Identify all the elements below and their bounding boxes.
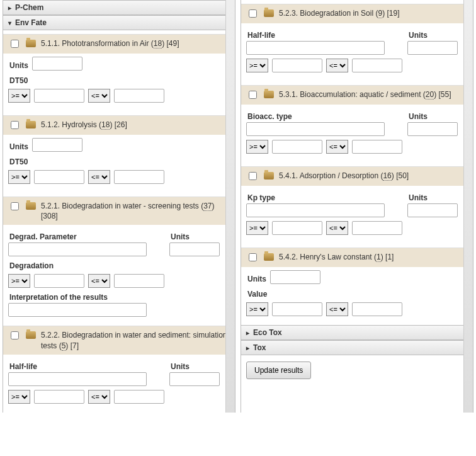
section-511-link[interactable]: 18 <box>154 39 162 48</box>
label-halflife: Half-life <box>247 31 399 40</box>
s541-op2[interactable]: <= <box>326 221 348 235</box>
s541-val2[interactable] <box>352 221 402 235</box>
section-531-checkbox[interactable] <box>249 91 257 99</box>
label-bioacctype: Bioacc. type <box>247 112 399 121</box>
section-512-link[interactable]: 18 <box>101 120 110 130</box>
s512-dt50-range: >= <= <box>8 170 230 184</box>
accordion-envfate[interactable]: Env Fate <box>3 15 235 30</box>
s541-val1[interactable] <box>272 221 322 235</box>
section-531-link[interactable]: 20 <box>426 90 434 100</box>
s521-deg-op1[interactable]: >= <box>8 274 30 288</box>
folder-icon <box>26 121 36 128</box>
s522-val1[interactable] <box>34 390 84 404</box>
section-511-title: 5.1.1. Phototransformation in Air (18) [… <box>41 38 230 48</box>
section-521-checkbox[interactable] <box>11 202 19 210</box>
s522-units-input[interactable] <box>169 372 220 386</box>
section-512-title: 5.1.2. Hydrolysis (18) [26] <box>41 120 230 130</box>
s542-val2[interactable] <box>352 302 402 316</box>
s522-val2[interactable] <box>114 390 164 404</box>
s522-op2[interactable]: <= <box>88 390 110 404</box>
section-541-link[interactable]: 16 <box>383 171 391 181</box>
s512-dt50-val2[interactable] <box>114 170 164 184</box>
s541-kptype-input[interactable] <box>246 203 385 217</box>
section-512-checkbox[interactable] <box>11 121 19 129</box>
label-units: Units <box>9 61 28 70</box>
label-interp: Interpretation of the results <box>9 293 230 302</box>
s522-op1[interactable]: >= <box>8 390 30 404</box>
s512-dt50-op1[interactable]: >= <box>8 170 30 184</box>
s531-val2[interactable] <box>352 140 402 154</box>
s511-dt50-val2[interactable] <box>114 89 164 103</box>
folder-icon <box>264 253 274 261</box>
accordion-ecotox[interactable]: Eco Tox <box>241 325 473 340</box>
scrollbar[interactable] <box>225 0 235 413</box>
folder-icon <box>26 40 36 47</box>
s511-dt50-val1[interactable] <box>34 89 84 103</box>
s531-units-input[interactable] <box>407 122 458 136</box>
label-dt50: DT50 <box>9 157 230 166</box>
s542-units-input[interactable] <box>270 270 320 284</box>
section-521-link[interactable]: 37 <box>203 202 212 211</box>
s541-op1[interactable]: >= <box>246 221 268 235</box>
s541-units-input[interactable] <box>407 203 458 217</box>
label-units: Units <box>409 31 468 40</box>
section-521-title: 5.2.1. Biodegradation in water - screeni… <box>41 201 230 221</box>
s512-dt50-val1[interactable] <box>34 170 84 184</box>
label-value: Value <box>247 290 468 299</box>
s523-op2[interactable]: <= <box>326 59 348 72</box>
label-dt50: DT50 <box>9 76 230 85</box>
s521-interp-input[interactable] <box>8 303 147 317</box>
section-523-title: 5.2.3. Biodegradation in Soil (9) [19] <box>279 8 468 18</box>
section-511-checkbox[interactable] <box>11 40 19 48</box>
s523-val2[interactable] <box>352 59 402 72</box>
s523-val1[interactable] <box>272 59 322 72</box>
s511-dt50-op1[interactable]: >= <box>8 89 30 103</box>
label-degradation: Degradation <box>9 261 230 270</box>
label-units: Units <box>171 232 230 241</box>
s523-op1[interactable]: >= <box>246 59 268 72</box>
s521-units-input[interactable] <box>169 242 220 256</box>
label-halflife: Half-life <box>9 362 161 371</box>
s542-range: >= <= <box>246 302 468 316</box>
s512-units-input[interactable] <box>32 138 82 152</box>
label-units: Units <box>409 193 468 202</box>
section-522-title: 5.2.2. Biodegradation in water and sedim… <box>41 330 230 350</box>
accordion-tox[interactable]: Tox <box>241 340 473 355</box>
s521-deg-op2[interactable]: <= <box>88 274 110 288</box>
s542-op1[interactable]: >= <box>246 302 268 316</box>
s531-op1[interactable]: >= <box>246 140 268 154</box>
scrollbar[interactable] <box>463 0 473 413</box>
s542-val1[interactable] <box>272 302 322 316</box>
right-panel: 5.2.3. Biodegradation in Soil (9) [19] H… <box>241 0 473 413</box>
accordion-pchem[interactable]: P-Chem <box>3 0 235 15</box>
s531-val1[interactable] <box>272 140 322 154</box>
left-panel: P-Chem Env Fate 5.1.1. Phototransformati… <box>3 0 235 413</box>
s512-dt50-op2[interactable]: <= <box>88 170 110 184</box>
s521-deg-range: >= <= <box>8 274 230 288</box>
section-523-checkbox[interactable] <box>249 9 257 18</box>
s521-deg-val1[interactable] <box>34 274 84 288</box>
accordion-ecotox-label: Eco Tox <box>253 328 282 337</box>
section-542-link[interactable]: 1 <box>377 253 381 262</box>
s523-halflife-input[interactable] <box>246 41 385 55</box>
s511-units-input[interactable] <box>32 57 82 71</box>
update-results-button[interactable]: Update results <box>246 362 311 379</box>
s522-halflife-input[interactable] <box>8 372 147 386</box>
s531-bioacc-input[interactable] <box>246 122 385 136</box>
section-521-header: 5.2.1. Biodegradation in water - screeni… <box>3 197 235 225</box>
s523-units-input[interactable] <box>407 41 458 55</box>
s542-op2[interactable]: <= <box>326 302 348 316</box>
s521-deg-val2[interactable] <box>114 274 164 288</box>
section-531-title: 5.3.1. Bioaccumulation: aquatic / sedime… <box>279 89 468 100</box>
s521-degparam-input[interactable] <box>8 242 147 256</box>
s511-dt50-op2[interactable]: <= <box>88 89 110 103</box>
s531-op2[interactable]: <= <box>326 140 348 154</box>
section-541-title: 5.4.1. Adsorption / Desorption (16) [50] <box>279 171 468 181</box>
section-542-checkbox[interactable] <box>249 253 257 261</box>
section-522-header: 5.2.2. Biodegradation in water and sedim… <box>3 326 235 354</box>
section-541-checkbox[interactable] <box>249 172 257 180</box>
label-units: Units <box>409 112 468 121</box>
section-522-checkbox[interactable] <box>11 331 19 339</box>
label-degparam: Degrad. Parameter <box>9 232 161 241</box>
s531-range: >= <= <box>246 140 468 154</box>
